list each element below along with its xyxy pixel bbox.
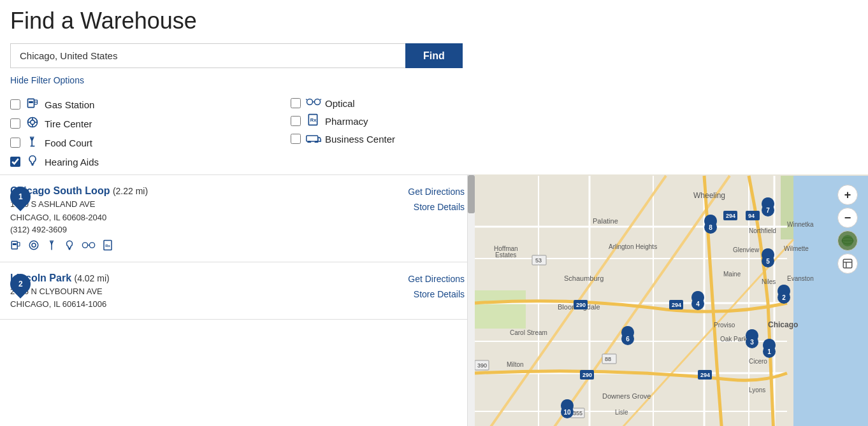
amenity-gas-icon — [10, 239, 22, 254]
filter-checkbox-tire-center[interactable] — [10, 118, 20, 129]
result-phone-1: (312) 492-3609 — [10, 225, 380, 234]
svg-text:Wilmette: Wilmette — [784, 245, 809, 252]
svg-point-30 — [89, 242, 94, 247]
filter-checkbox-gas-station[interactable] — [10, 99, 20, 110]
result-item-2: 2 Lincoln Park (4.02 mi) 2746 N CLYBOURN… — [0, 262, 475, 320]
result-actions-2: Get Directions Store Details — [388, 273, 465, 312]
filter-checkbox-optical[interactable] — [291, 98, 301, 108]
filter-label-pharmacy[interactable]: Pharmacy — [325, 116, 368, 127]
svg-text:5: 5 — [766, 258, 770, 265]
filter-col-right: Optical Rx Pharmacy Business Center — [291, 97, 431, 169]
svg-rect-19 — [307, 136, 318, 141]
svg-point-29 — [82, 242, 87, 247]
svg-text:8: 8 — [709, 224, 712, 231]
optical-icon — [306, 97, 320, 110]
amenity-hearing-icon — [64, 239, 75, 254]
svg-text:Lyons: Lyons — [749, 387, 765, 394]
result-name-1: Chicago South Loop (2.22 mi) — [10, 185, 380, 197]
svg-rect-23 — [13, 243, 17, 245]
result-info-1: Chicago South Loop (2.22 mi) 1430 S ASHL… — [10, 185, 380, 254]
filters-section: Gas Station Tire Center Food Court — [10, 97, 858, 169]
filter-label-tire-center[interactable]: Tire Center — [45, 118, 92, 129]
svg-text:2: 2 — [782, 294, 786, 301]
svg-point-28 — [69, 248, 70, 250]
filter-checkbox-food-court[interactable] — [10, 138, 20, 148]
food-court-icon — [25, 135, 40, 150]
find-button[interactable]: Find — [405, 43, 463, 68]
svg-text:294: 294 — [700, 372, 710, 378]
filter-item-pharmacy: Rx Pharmacy — [291, 113, 431, 129]
filter-checkbox-business-center[interactable] — [291, 134, 301, 144]
svg-rect-117 — [843, 259, 852, 268]
search-input[interactable] — [10, 43, 405, 68]
svg-text:Proviso: Proviso — [714, 322, 735, 329]
svg-point-21 — [315, 141, 318, 143]
satellite-view-button[interactable] — [837, 231, 858, 251]
map-background: Wheeling Palatine Arlington Heights Nort… — [475, 174, 868, 426]
svg-text:Winnetka: Winnetka — [787, 221, 814, 228]
store-details-1[interactable]: Store Details — [414, 202, 465, 212]
store-details-2[interactable]: Store Details — [414, 289, 465, 299]
svg-rect-37 — [475, 290, 526, 329]
map-controls: + − — [837, 185, 858, 274]
svg-text:294: 294 — [726, 213, 735, 219]
svg-text:7: 7 — [766, 207, 770, 214]
svg-point-11 — [32, 164, 33, 166]
filter-checkbox-hearing-aids[interactable] — [10, 157, 20, 167]
get-directions-2[interactable]: Get Directions — [408, 274, 465, 284]
svg-text:Oak Park: Oak Park — [720, 336, 748, 343]
filter-item-tire-center: Tire Center — [10, 116, 150, 131]
search-row: Find — [10, 43, 858, 68]
pin-label-1: 1 — [18, 192, 23, 201]
svg-point-5 — [31, 120, 35, 125]
svg-text:Rx: Rx — [105, 244, 110, 248]
svg-rect-24 — [17, 242, 20, 246]
scrollbar-thumb[interactable] — [468, 175, 475, 213]
filter-item-hearing-aids: Hearing Aids — [10, 154, 150, 169]
svg-text:Evanston: Evanston — [787, 275, 814, 282]
svg-text:Milton: Milton — [507, 361, 524, 368]
filter-checkbox-pharmacy[interactable] — [291, 116, 301, 126]
svg-text:Northfield: Northfield — [749, 227, 776, 234]
business-center-icon — [306, 132, 320, 145]
result-address-1: 1430 S ASHLAND AVE CHICAGO, IL 60608-204… — [10, 198, 380, 225]
hearing-aids-icon — [25, 154, 40, 169]
get-directions-1[interactable]: Get Directions — [408, 187, 465, 197]
svg-text:290: 290 — [576, 302, 586, 308]
svg-line-15 — [306, 99, 307, 101]
zoom-out-button[interactable]: − — [837, 208, 858, 228]
svg-text:4: 4 — [696, 301, 700, 308]
hide-filter-link[interactable]: Hide Filter Options — [10, 75, 84, 85]
zoom-in-button[interactable]: + — [837, 185, 858, 205]
result-name-2: Lincoln Park (4.02 mi) — [10, 273, 380, 284]
filter-item-optical: Optical — [291, 97, 431, 110]
tire-center-icon — [25, 116, 40, 131]
results-scroll[interactable]: 1 Chicago South Loop (2.22 mi) 1430 S AS… — [0, 175, 475, 426]
svg-point-12 — [307, 99, 313, 105]
svg-text:Cicero: Cicero — [749, 358, 767, 365]
pharmacy-icon: Rx — [306, 113, 320, 129]
svg-text:355: 355 — [573, 410, 582, 416]
result-address-2: 2746 N CLYBOURN AVE CHICAGO, IL 60614-10… — [10, 285, 380, 312]
svg-text:Maine: Maine — [723, 271, 741, 278]
filter-item-business-center: Business Center — [291, 132, 431, 145]
map-info-button[interactable] — [837, 253, 858, 274]
svg-text:Wheeling: Wheeling — [693, 191, 725, 200]
gas-station-icon — [25, 97, 40, 112]
scrollbar-track[interactable] — [467, 175, 475, 426]
svg-text:Lisle: Lisle — [615, 409, 628, 416]
filter-item-gas-station: Gas Station — [10, 97, 150, 112]
svg-text:Carol Stream: Carol Stream — [510, 329, 547, 336]
svg-text:Downers Grove: Downers Grove — [602, 392, 651, 400]
filter-label-food-court[interactable]: Food Court — [45, 138, 92, 148]
filter-label-business-center[interactable]: Business Center — [325, 134, 395, 145]
result-info-2: Lincoln Park (4.02 mi) 2746 N CLYBOURN A… — [10, 273, 380, 312]
filter-label-optical[interactable]: Optical — [325, 98, 355, 109]
svg-text:390: 390 — [477, 362, 487, 369]
map-panel[interactable]: Wheeling Palatine Arlington Heights Nort… — [475, 174, 868, 426]
filter-label-hearing-aids[interactable]: Hearing Aids — [45, 157, 99, 167]
pin-label-2: 2 — [18, 280, 23, 288]
filter-label-gas-station[interactable]: Gas Station — [45, 99, 94, 110]
svg-text:Niles: Niles — [762, 278, 776, 285]
result-distance-1: (2.22 mi) — [113, 186, 148, 196]
